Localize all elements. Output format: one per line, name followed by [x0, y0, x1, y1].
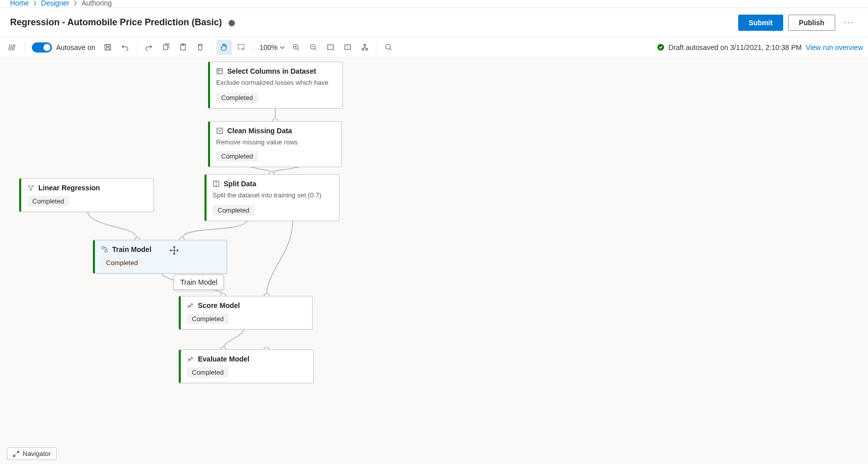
navigator-button[interactable]: Navigator [7, 447, 57, 460]
undo-button[interactable] [118, 40, 133, 55]
actual-size-button[interactable]: 1 [340, 40, 355, 55]
expand-icon [13, 450, 20, 457]
gear-icon[interactable] [228, 19, 236, 27]
submit-button[interactable]: Submit [738, 15, 783, 31]
publish-button[interactable]: Publish [788, 15, 835, 31]
save-button[interactable] [100, 40, 116, 55]
svg-rect-0 [164, 45, 168, 49]
pipeline-canvas[interactable]: Select Columns in Dataset Exclude normal… [0, 58, 868, 464]
pan-select-button[interactable] [217, 40, 232, 55]
chevron-right-icon: ❯ [33, 0, 37, 6]
node-status: Completed [187, 314, 229, 324]
node-description: Exclude normalized losses which have man… [216, 78, 336, 88]
navigator-label: Navigator [23, 450, 51, 457]
svg-point-39 [189, 358, 190, 359]
svg-rect-3 [238, 44, 244, 49]
breadcrumb-designer[interactable]: Designer [41, 0, 69, 7]
node-description: Remove missing value rows [216, 138, 335, 147]
svg-point-31 [28, 185, 30, 187]
score-icon [187, 302, 194, 309]
node-clean-missing-data[interactable]: Clean Missing Data Remove missing value … [208, 121, 342, 167]
svg-rect-6 [328, 45, 333, 49]
node-split-data[interactable]: Split Data Split the dataset into traini… [205, 174, 339, 221]
chevron-down-icon [280, 45, 285, 50]
clean-icon [216, 127, 223, 134]
node-linear-regression[interactable]: Linear Regression Completed [19, 178, 154, 212]
node-title: Train Model [112, 245, 151, 253]
chevron-right-icon: ❯ [73, 0, 77, 6]
status-ok-icon [657, 43, 665, 51]
dataset-icon [216, 68, 223, 75]
node-evaluate-model[interactable]: Evaluate Model Completed [179, 349, 314, 383]
svg-text:1: 1 [347, 45, 349, 49]
select-tool-button[interactable] [234, 40, 249, 55]
node-score-model[interactable]: Score Model Completed [179, 296, 313, 330]
more-menu-button[interactable]: ··· [840, 16, 858, 29]
redo-button[interactable] [141, 40, 157, 55]
split-icon [213, 180, 220, 187]
node-title: Split Data [224, 180, 257, 188]
svg-rect-28 [217, 69, 223, 74]
autosave-toggle[interactable] [32, 42, 52, 53]
node-status: Completed [101, 257, 143, 268]
train-icon [101, 246, 108, 253]
svg-rect-34 [102, 247, 104, 249]
node-status: Completed [213, 205, 254, 216]
node-title: Clean Missing Data [227, 127, 292, 135]
breadcrumb: Home ❯ Designer ❯ Authoring [0, 0, 868, 8]
view-run-overview-link[interactable]: View run overview [806, 43, 863, 51]
zoom-level[interactable]: 100% [258, 43, 287, 51]
node-tooltip: Train Model [174, 275, 224, 290]
node-title: Score Model [198, 301, 240, 310]
node-title: Evaluate Model [198, 355, 249, 363]
search-button[interactable] [381, 40, 396, 55]
svg-point-32 [32, 185, 34, 187]
pipeline-title: Regression - Automobile Price Prediction… [10, 17, 222, 28]
node-status: Completed [187, 367, 229, 378]
node-status: Completed [216, 92, 258, 103]
svg-point-40 [190, 360, 191, 361]
svg-point-38 [191, 303, 192, 304]
zoom-out-button[interactable] [306, 40, 321, 55]
node-description: Split the dataset into training set (0.7… [213, 191, 333, 201]
svg-point-36 [189, 305, 190, 306]
node-status: Completed [216, 151, 258, 162]
asset-library-button[interactable] [5, 40, 20, 55]
paste-button[interactable] [176, 40, 191, 55]
page-header: Regression - Automobile Price Prediction… [0, 8, 868, 37]
breadcrumb-home[interactable]: Home [10, 0, 29, 7]
zoom-in-button[interactable] [289, 40, 304, 55]
algorithm-icon [27, 184, 34, 191]
node-title: Select Columns in Dataset [227, 67, 316, 75]
evaluate-icon [187, 355, 194, 363]
delete-button[interactable] [193, 40, 208, 55]
svg-point-9 [386, 44, 390, 49]
fit-screen-button[interactable] [323, 40, 338, 55]
node-status: Completed [27, 196, 69, 207]
toolbar: Autosave on 100% [0, 37, 868, 58]
svg-point-41 [191, 357, 192, 358]
svg-point-33 [30, 189, 32, 191]
svg-point-37 [190, 306, 191, 307]
breadcrumb-current: Authoring [81, 0, 112, 7]
autosave-status-text: Draft autosaved on 3/11/2021, 2:10:38 PM [669, 43, 802, 51]
autosave-label: Autosave on [56, 43, 95, 51]
node-train-model[interactable]: Train Model Completed [93, 240, 227, 274]
auto-layout-button[interactable] [358, 40, 373, 55]
node-title: Linear Regression [38, 184, 100, 192]
node-select-columns[interactable]: Select Columns in Dataset Exclude normal… [208, 62, 343, 109]
svg-rect-35 [105, 250, 107, 252]
copy-button[interactable] [159, 40, 174, 55]
